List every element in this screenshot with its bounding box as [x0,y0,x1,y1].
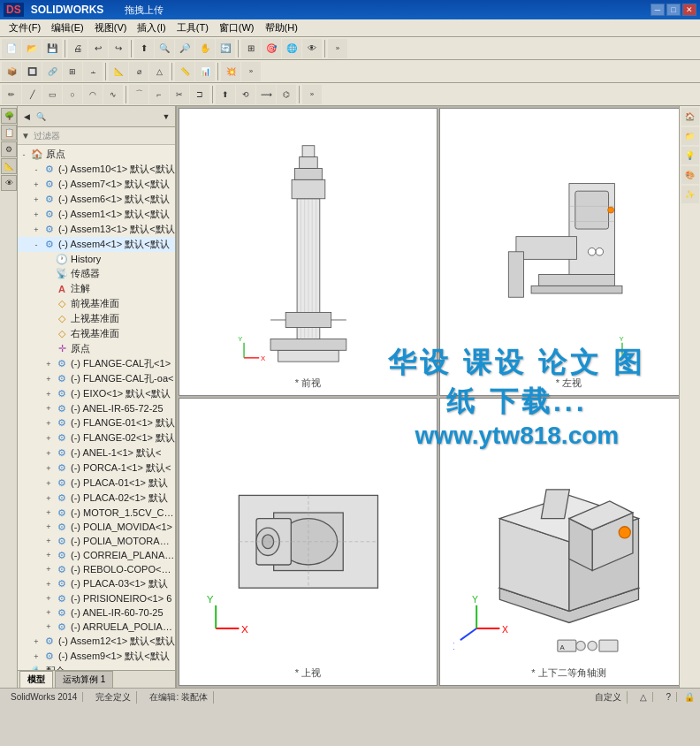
tree-eixo[interactable]: + ⚙ (-) EIXO<1> 默认<默认 [18,386,175,401]
expand-polia-motora[interactable]: + [42,535,55,547]
tree-mates[interactable]: 🔩 配合 [18,664,175,670]
tb-rotate[interactable]: 🔄 [216,39,235,58]
tab-model[interactable]: 模型 [19,671,53,688]
tree-placa02[interactable]: + ⚙ (-) PLACA-02<1> 默认 [18,491,175,506]
view-isometric[interactable]: X Y Z A * 上下二等角轴测 [439,398,698,686]
tree-flange02[interactable]: + ⚙ (-) FLANGE-02<1> 默认 [18,430,175,445]
expand-eixo[interactable]: + [42,388,55,400]
panel-search[interactable]: 🔍 [34,110,48,124]
menu-window[interactable]: 窗口(W) [214,20,260,35]
menu-tools[interactable]: 工具(T) [171,20,214,35]
expand-assem12[interactable]: + [30,636,42,648]
expand-polia-movida[interactable]: + [42,521,55,533]
tb2-insert-comp[interactable]: 📦 [2,62,21,81]
tree-placa03[interactable]: + ⚙ (-) PLACA-03<1> 默认 [18,576,175,591]
tab-motion[interactable]: 运动算例 1 [55,671,113,688]
tb3-spline[interactable]: ∿ [103,85,123,104]
expand-motor[interactable]: + [42,506,55,519]
panel-icon-config[interactable]: ⚙ [1,141,17,157]
tb3-line[interactable]: ╱ [22,85,42,104]
tb3-arc[interactable]: ◠ [83,85,103,104]
tb3-more[interactable]: » [302,85,322,104]
expand-placa02[interactable]: + [42,492,55,505]
expand-anel1[interactable]: + [42,447,55,460]
expand-assem6[interactable]: + [30,194,42,206]
tb2-measure[interactable]: 📏 [175,62,194,81]
rt-view-settings[interactable]: 📁 [681,127,699,145]
expand-flange-cal2[interactable]: + [42,373,55,385]
rt-realview[interactable]: 💡 [681,147,699,164]
tree-assem13[interactable]: + ⚙ (-) Assem13<1> 默认<默认 [18,222,175,237]
status-custom[interactable]: 自定义 [590,691,628,704]
tb-view-orient[interactable]: 🎯 [262,39,281,58]
tb3-circle[interactable]: ○ [63,85,82,104]
tree-root[interactable]: - 🏠 原点 [18,147,175,162]
tree-anel1[interactable]: + ⚙ (-) ANEL-1<1> 默认< [18,445,175,461]
tb2-smart-dim[interactable]: ⌀ [129,62,148,81]
expand-assem9[interactable]: + [30,651,42,663]
tree-polia-movida[interactable]: + ⚙ (-) POLIA_MOVIDA<1> [18,520,175,534]
tree-history[interactable]: 🕐 History [18,252,175,266]
tree-top-plane[interactable]: ◇ 上视基准面 [18,311,175,326]
tree-anel-ir60[interactable]: + ⚙ (-) ANEL-IR-60-70-25 [18,605,175,620]
expand-flange-cal1[interactable]: + [42,358,55,370]
tb-save[interactable]: 💾 [42,39,62,58]
tree-right-plane[interactable]: ◇ 右视基准面 [18,326,175,341]
menu-view[interactable]: 视图(V) [89,20,133,35]
menu-edit[interactable]: 编辑(E) [46,20,89,35]
panel-menu[interactable]: ▼ [159,110,173,124]
view-top[interactable]: X Y * 上视 [179,398,438,686]
tree-motor[interactable]: + ⚙ (-) MOTOR_1.5CV_C_DI. [18,506,175,520]
tb3-sweep[interactable]: ⟿ [256,85,276,104]
expand-flange02[interactable]: + [42,432,55,445]
tb2-section-prop[interactable]: 📊 [195,62,215,81]
tree-sensors[interactable]: 📡 传感器 [18,266,175,281]
tb-new[interactable]: 📄 [2,39,21,58]
tb3-chamfer[interactable]: ⌐ [149,85,169,104]
expand-anel-ir60[interactable]: + [42,606,55,619]
tree-assem10[interactable]: - ⚙ (-) Assem10<1> 默认<默认 [18,162,175,177]
panel-icon-display[interactable]: 👁 [1,175,17,191]
expand-anel-ir65[interactable]: + [42,402,55,415]
tb3-rect[interactable]: ▭ [42,85,62,104]
tb2-hide-comp[interactable]: 🔲 [22,62,42,81]
tb-pan[interactable]: ✋ [195,39,215,58]
tree-polia-motora[interactable]: + ⚙ (-) POLIA_MOTORA<1> [18,534,175,548]
expand-placa03[interactable]: + [42,578,55,590]
tree-arruela[interactable]: + ⚙ (-) ARRUELA_POLIA_MO [18,620,175,634]
expand-assem4[interactable]: - [30,239,42,251]
tb3-offset[interactable]: ⊐ [190,85,209,104]
expand-assem10[interactable]: - [30,164,42,176]
tb-print[interactable]: 🖨 [68,39,88,58]
tb3-extrude[interactable]: ⬆ [216,85,235,104]
tb2-mate[interactable]: 🔗 [42,62,62,81]
tree-origin[interactable]: ✛ 原点 [18,341,175,356]
view-front[interactable]: X Y * 前视 [179,108,438,396]
tb-hide-show[interactable]: 👁 [302,39,322,58]
tree-anel-ir65[interactable]: + ⚙ (-) ANEL-IR-65-72-25 [18,401,175,415]
tree-placa01[interactable]: + ⚙ (-) PLACA-01<1> 默认 [18,476,175,491]
tree-annotations[interactable]: A 注解 [18,281,175,296]
tree-front-plane[interactable]: ◇ 前视基准面 [18,296,175,311]
expand-arruela[interactable]: + [42,620,55,633]
expand-rebolo[interactable]: + [42,563,55,575]
tree-flange01[interactable]: + ⚙ (-) FLANGE-01<1> 默认 [18,415,175,430]
rt-view-palettes[interactable]: 🏠 [681,108,699,126]
tb-display-mode[interactable]: 🌐 [282,39,301,58]
tree-assem12[interactable]: + ⚙ (-) Assem12<1> 默认<默认 [18,634,175,649]
expand-assem1[interactable]: + [30,209,42,221]
tb2-more[interactable]: » [241,62,261,81]
tree-assem9[interactable]: + ⚙ (-) Assem9<1> 默认<默认 [18,649,175,664]
tb3-fillet[interactable]: ⌒ [129,85,148,104]
menu-file[interactable]: 文件(F) [4,20,46,35]
expand-prisioneiro[interactable]: + [42,592,55,605]
tree-correia[interactable]: + ⚙ (-) CORREIA_PLANA<1> [18,548,175,562]
view-left[interactable]: Y * 左视 [439,108,698,396]
tb2-ref-geom[interactable]: △ [149,62,169,81]
tb-section-view[interactable]: ⊞ [241,39,261,58]
panel-icon-dim[interactable]: 📐 [1,158,17,174]
panel-icon-feature[interactable]: 🌳 [1,108,17,124]
tree-assem4[interactable]: - ⚙ (-) Assem4<1> 默认<默认 [18,237,175,252]
expand-assem7[interactable]: + [30,179,42,191]
tb2-align[interactable]: ⫠ [83,62,103,81]
